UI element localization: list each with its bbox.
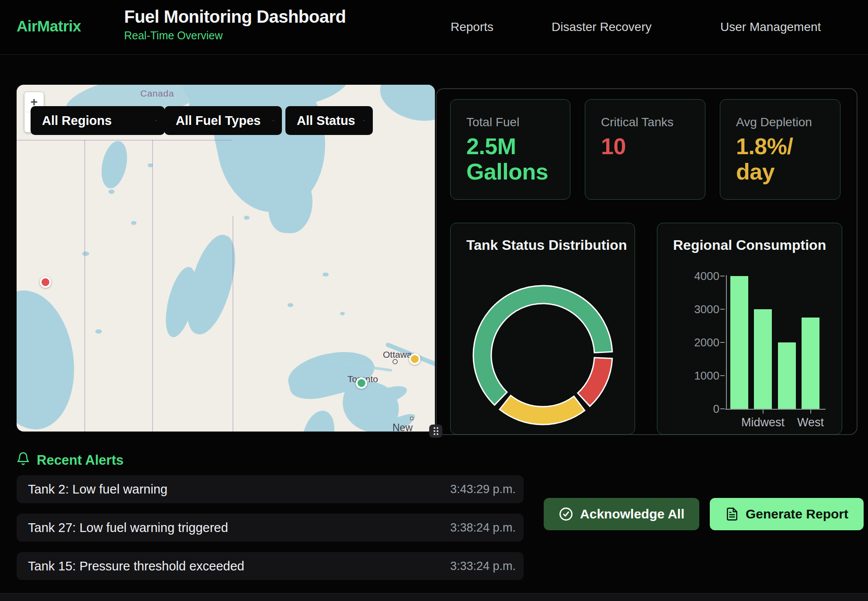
map[interactable]: Canada Ottawa Toronto New York + − All R… xyxy=(17,85,435,432)
water-shape xyxy=(288,303,293,307)
generate-report-button[interactable]: Generate Report xyxy=(710,498,864,530)
regional-consumption-bar-chart: 01000200030004000MidwestWest xyxy=(657,223,842,435)
map-label-new-york: New York xyxy=(392,422,435,432)
nav-disaster-recovery[interactable]: Disaster Recovery xyxy=(552,20,652,34)
x-tick xyxy=(763,410,764,414)
alert-text: Tank 15: Pressure threshold exceeded xyxy=(28,559,244,573)
alert-timestamp: 3:43:29 p.m. xyxy=(450,483,516,496)
stat-card-critical-tanks: Critical Tanks 10 xyxy=(585,99,705,200)
filter-status-value: All Status xyxy=(297,114,355,128)
donut-segment-critical[interactable] xyxy=(578,358,612,406)
recent-alerts-title: Recent Alerts xyxy=(37,452,124,468)
stat-value-total-fuel: 2.5M Gallons xyxy=(466,134,557,184)
chevron-down-icon xyxy=(355,116,365,125)
acknowledge-all-label: Acknowledge All xyxy=(580,507,684,522)
check-circle-icon xyxy=(559,507,573,522)
water-shape xyxy=(244,216,250,220)
filter-fuel-types-value: All Fuel Types xyxy=(176,114,260,128)
filter-regions-value: All Regions xyxy=(42,114,112,128)
water-shape xyxy=(108,190,115,194)
donut-segment-warning[interactable] xyxy=(500,395,585,425)
water-shape xyxy=(340,312,345,315)
bar-Midwest[interactable] xyxy=(754,309,772,409)
stat-label: Avg Depletion xyxy=(736,115,827,129)
report-document-icon xyxy=(725,507,739,521)
page-title: Fuel Monitoring Dashboard xyxy=(124,6,346,28)
water-shape xyxy=(375,85,435,128)
y-tick xyxy=(720,309,725,310)
tank-marker-normal[interactable] xyxy=(356,377,367,389)
alert-row[interactable]: Tank 27: Low fuel warning triggered 3:38… xyxy=(17,514,524,542)
dashboard: AirMatrix Fuel Monitoring Dashboard Real… xyxy=(0,0,868,601)
alert-text: Tank 2: Low fuel warning xyxy=(28,482,167,497)
stat-card-avg-depletion: Avg Depletion 1.8%/ day xyxy=(720,99,840,200)
water-shape xyxy=(97,138,131,190)
regional-consumption-panel: Regional Consumption 01000200030004000Mi… xyxy=(657,223,842,435)
bar-West[interactable] xyxy=(802,318,819,409)
map-label-canada: Canada xyxy=(140,88,174,99)
footer-strip xyxy=(0,593,868,601)
water-shape xyxy=(82,252,89,256)
filter-status-dropdown[interactable]: All Status xyxy=(285,106,373,135)
water-shape xyxy=(95,329,102,334)
alert-text: Tank 27: Low fuel warning triggered xyxy=(28,521,228,535)
stat-label: Critical Tanks xyxy=(601,115,692,129)
tank-marker-warning[interactable] xyxy=(409,353,420,365)
water-shape xyxy=(131,221,136,225)
header: AirMatrix Fuel Monitoring Dashboard Real… xyxy=(0,0,868,55)
y-tick xyxy=(720,276,725,276)
alert-timestamp: 3:38:24 p.m. xyxy=(450,521,516,535)
stat-value-critical-tanks: 10 xyxy=(601,134,692,159)
page-title-block: Fuel Monitoring Dashboard Real-Time Over… xyxy=(124,6,346,42)
chevron-down-icon xyxy=(147,116,157,125)
y-tick xyxy=(720,408,725,409)
tank-status-panel: Tank Status Distribution xyxy=(450,223,635,435)
border-line xyxy=(152,140,153,432)
brand-logo: AirMatrix xyxy=(17,17,81,35)
map-label-ottawa: Ottawa xyxy=(383,349,412,360)
water-shape xyxy=(323,273,329,276)
y-tick-label: 1000 xyxy=(683,370,719,382)
nav-reports[interactable]: Reports xyxy=(451,20,493,34)
chevron-down-icon xyxy=(264,116,274,125)
border-line xyxy=(17,140,233,141)
bar-0[interactable] xyxy=(730,276,748,409)
y-tick xyxy=(720,342,725,343)
y-axis xyxy=(726,275,727,410)
city-dot-new-york xyxy=(410,417,413,420)
x-tick xyxy=(810,410,811,414)
tank-marker-critical[interactable] xyxy=(40,276,51,288)
y-tick xyxy=(720,375,725,376)
water-shape xyxy=(297,407,340,432)
water-shape xyxy=(17,285,83,432)
generate-report-label: Generate Report xyxy=(746,507,848,522)
filter-regions-dropdown[interactable]: All Regions xyxy=(31,106,165,135)
stat-card-total-fuel: Total Fuel 2.5M Gallons xyxy=(450,99,570,200)
alert-row[interactable]: Tank 2: Low fuel warning 3:43:29 p.m. xyxy=(17,475,524,503)
tank-status-title: Tank Status Distribution xyxy=(466,237,627,253)
y-tick-label: 2000 xyxy=(683,336,719,349)
x-tick-label: West xyxy=(780,416,841,429)
alert-timestamp: 3:33:24 p.m. xyxy=(450,560,516,573)
alert-row[interactable]: Tank 15: Pressure threshold exceeded 3:3… xyxy=(17,552,524,580)
bar-2[interactable] xyxy=(778,342,796,409)
acknowledge-all-button[interactable]: Acknowledge All xyxy=(544,498,699,530)
y-tick-label: 0 xyxy=(683,403,719,415)
water-shape xyxy=(261,137,268,142)
y-tick-label: 4000 xyxy=(683,270,719,282)
tank-status-donut-chart xyxy=(451,223,635,435)
nav-user-management[interactable]: User Management xyxy=(720,20,821,34)
page-subtitle: Real-Time Overview xyxy=(124,29,346,42)
map-grip-icon[interactable] xyxy=(429,425,442,438)
border-line xyxy=(84,140,85,432)
city-dot-ottawa xyxy=(392,359,398,364)
filter-fuel-types-dropdown[interactable]: All Fuel Types xyxy=(164,106,282,135)
y-tick-label: 3000 xyxy=(683,303,719,315)
bell-icon xyxy=(16,451,30,466)
stat-value-avg-depletion: 1.8%/ day xyxy=(736,134,827,184)
stat-label: Total Fuel xyxy=(466,115,557,129)
border-line xyxy=(233,216,233,432)
